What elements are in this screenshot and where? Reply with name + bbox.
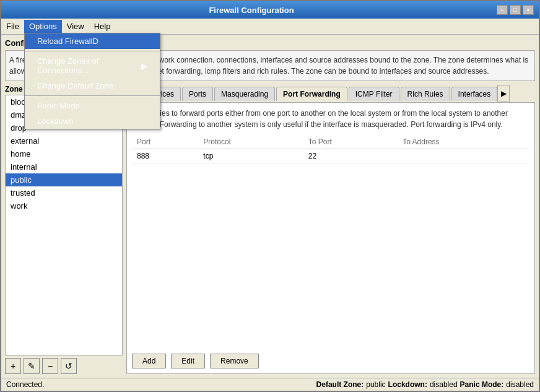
port-forwarding-description: Add entries to forward ports either from… [132, 108, 529, 130]
menu-file[interactable]: File [1, 20, 24, 33]
menu-options[interactable]: Options Reload FirewallD Change Zones of… [24, 20, 62, 33]
main-window: Firewall Configuration − □ × File Option… [0, 0, 540, 392]
menu-view[interactable]: View [62, 20, 89, 33]
tab-ports[interactable]: Ports [182, 87, 213, 101]
cell-protocol: tcp [198, 149, 303, 163]
status-bar: Connected. Default Zone: public Lockdown… [1, 378, 539, 391]
menu-help[interactable]: Help [89, 20, 116, 33]
port-table-body: 888 tcp 22 [132, 149, 529, 163]
col-to-port: To Port [303, 135, 398, 149]
cell-to-port: 22 [303, 149, 398, 163]
menu-reload-firewalld[interactable]: Reload FirewallD [25, 33, 160, 49]
action-buttons: Add Edit Remove [132, 354, 529, 368]
zone-remove-button[interactable]: − [42, 358, 58, 374]
window-title: Firewall Configuration [6, 6, 497, 15]
zone-item-internal[interactable]: internal [6, 160, 122, 173]
separator-1 [25, 51, 160, 51]
col-protocol: Protocol [198, 135, 303, 149]
tab-masquerading[interactable]: Masquerading [214, 87, 275, 101]
zone-item-work[interactable]: work [6, 199, 122, 212]
tab-port-forwarding[interactable]: Port Forwarding [276, 87, 347, 101]
default-zone-value: public [366, 380, 385, 389]
tabs: Services Ports Masquerading Port Forward… [139, 87, 497, 101]
menu-panic-mode[interactable]: Panic Mode [25, 98, 160, 113]
cell-to-address [398, 149, 529, 163]
zone-list: block dmz drop external home internal pu… [5, 95, 123, 355]
edit-button[interactable]: Edit [171, 354, 205, 368]
default-zone-label: Default Zone: [316, 380, 364, 389]
tabs-container: ◀ Services Ports Masquerading Port Forwa… [126, 85, 535, 102]
add-button[interactable]: Add [132, 354, 166, 368]
window-controls: − □ × [497, 5, 534, 15]
port-table: Port Protocol To Port To Address 888 tcp… [132, 135, 529, 163]
separator-2 [25, 95, 160, 96]
options-dropdown: Reload FirewallD Change Zones of Connect… [24, 33, 160, 129]
col-port: Port [132, 135, 198, 149]
minimize-button[interactable]: − [497, 5, 508, 15]
zone-item-home[interactable]: home [6, 147, 122, 160]
maximize-button[interactable]: □ [510, 5, 521, 15]
tab-interfaces[interactable]: Interfaces [451, 87, 498, 101]
tab-content: Add entries to forward ports either from… [126, 102, 535, 374]
tab-panel: ◀ Services Ports Masquerading Port Forwa… [126, 85, 535, 374]
zone-item-external[interactable]: external [6, 134, 122, 147]
panic-value: disabled [506, 380, 534, 389]
remove-button[interactable]: Remove [210, 354, 259, 368]
tab-rich-rules[interactable]: Rich Rules [401, 87, 450, 101]
title-bar: Firewall Configuration − □ × [1, 1, 539, 19]
cell-port: 888 [132, 149, 198, 163]
col-to-address: To Address [398, 135, 529, 149]
zone-item-trusted[interactable]: trusted [6, 186, 122, 199]
menu-bar: File Options Reload FirewallD Change Zon… [1, 19, 539, 35]
connected-status: Connected. [6, 380, 44, 389]
lockdown-value: disabled [430, 380, 458, 389]
menu-lockdown[interactable]: Lockdown [25, 113, 160, 129]
port-table-header: Port Protocol To Port To Address [132, 135, 529, 149]
tab-scroll-right[interactable]: ▶ [497, 85, 510, 102]
zone-item-public[interactable]: public [6, 173, 122, 186]
close-button[interactable]: × [523, 5, 534, 15]
tab-icmp-filter[interactable]: ICMP Filter [349, 87, 399, 101]
zone-edit-button[interactable]: ✎ [24, 358, 40, 374]
panic-label: Panic Mode: [460, 380, 504, 389]
menu-change-default-zone[interactable]: Change Default Zone [25, 78, 160, 94]
lockdown-label: Lockdown: [388, 380, 427, 389]
zone-add-button[interactable]: + [5, 358, 21, 374]
zone-actions: + ✎ − ↺ [5, 358, 123, 374]
zone-reload-button[interactable]: ↺ [61, 358, 77, 374]
table-row[interactable]: 888 tcp 22 [132, 149, 529, 163]
menu-change-zones[interactable]: Change Zones of Connections... ▶ [25, 53, 160, 78]
